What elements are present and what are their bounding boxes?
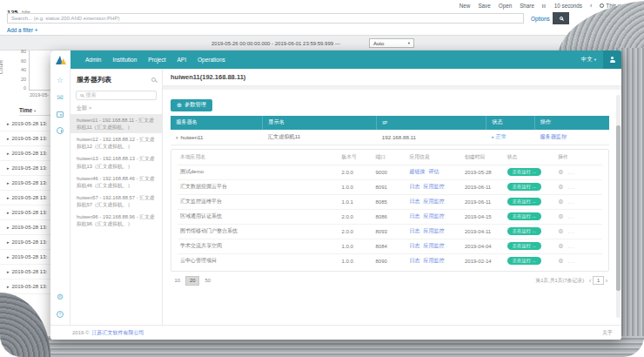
expand-caret-icon[interactable]: ▸ — [7, 151, 10, 156]
page-size-20[interactable]: 20 — [185, 276, 198, 286]
kibana-nav-share[interactable]: Share — [520, 3, 534, 9]
more-actions-button[interactable]: ... — [568, 214, 575, 219]
more-actions-button[interactable]: ... — [568, 199, 575, 205]
favorites-star-icon[interactable]: ☆ — [57, 77, 64, 84]
settings-gear-icon[interactable]: ⚙ — [57, 293, 64, 301]
app-table-row[interactable]: 汇文监控运维平台1.0.18085日志应用监控2019-06-11正在运行 ..… — [178, 194, 602, 209]
server-monitor-link[interactable]: 服务器监控 — [540, 133, 567, 139]
server-list-item[interactable]: huiwen96 - 192.168.88.96 - 汇文虚拟机96（汇文虚拟机… — [70, 211, 162, 230]
time-row[interactable]: ▸2019-05-28 13: — [0, 176, 50, 191]
app-info-link[interactable]: 应用监控 — [424, 213, 445, 219]
app-table-row[interactable]: 汇文数据挖掘云平台1.0.08091日志应用监控2019-06-11正在运行 .… — [178, 179, 602, 194]
prev-time-button[interactable]: ‹ — [590, 3, 592, 9]
time-row[interactable]: ▸2019-05-28 13: — [0, 250, 50, 265]
time-row[interactable]: ▸2019-05-28 13: — [0, 235, 50, 250]
expand-caret-icon[interactable]: ▸ — [7, 269, 10, 274]
all-servers-link[interactable]: 全部 > — [70, 100, 162, 114]
expand-caret-icon[interactable]: ▸ — [7, 195, 10, 200]
gear-icon[interactable]: ⚙ — [558, 213, 563, 219]
about-link[interactable]: 关于 — [602, 329, 613, 337]
app-info-link[interactable]: 日志 — [410, 258, 420, 263]
server-list-item[interactable]: huiwen46 - 192.168.88.46 - 汇文虚拟机46（汇文虚拟机… — [70, 172, 162, 192]
scrollbar-thumb[interactable] — [616, 125, 621, 291]
pause-button[interactable]: II — [542, 3, 547, 9]
app-table-row[interactable]: 学术交流共享空间1.0.08084日志应用监控2019-04-04正在运行 ..… — [178, 239, 602, 253]
prev-page-button[interactable]: ‹ — [589, 278, 591, 284]
menu-item-institution[interactable]: Institution — [112, 57, 137, 63]
expand-caret-icon[interactable]: ▸ — [7, 121, 10, 126]
time-row[interactable]: ▸2019-05-28 13: — [0, 131, 50, 146]
app-info-link[interactable]: 应用监控 — [424, 258, 445, 263]
app-info-link[interactable]: 应用监控 — [424, 199, 445, 204]
next-page-button[interactable]: › — [606, 278, 607, 284]
servers-monitor-icon[interactable] — [57, 111, 64, 118]
time-row[interactable]: ▸2019-05-28 13: — [0, 205, 50, 220]
menu-item-operations[interactable]: Operations — [198, 57, 225, 63]
expand-caret-icon[interactable]: ▸ — [7, 136, 10, 141]
expand-caret-icon[interactable]: ▸ — [7, 210, 10, 215]
server-row[interactable]: ▾huiwen11汇文虚拟机11192.168.88.11●正常服务器监控 — [171, 130, 609, 145]
expand-caret-icon[interactable]: ▸ — [7, 180, 10, 185]
more-actions-button[interactable]: ... — [568, 170, 575, 175]
add-filter-link[interactable]: Add a filter + — [7, 27, 38, 33]
app-info-link[interactable]: 应用监控 — [424, 184, 445, 189]
app-info-link[interactable]: 日志 — [410, 228, 420, 233]
expand-caret-icon[interactable]: ▸ — [7, 284, 10, 289]
language-select[interactable]: 中文 ▾ — [581, 51, 596, 69]
app-info-link[interactable]: 日志 — [410, 243, 420, 248]
menu-item-project[interactable]: Project — [148, 57, 165, 63]
timer-clock-icon[interactable] — [57, 127, 64, 134]
time-row[interactable]: ▸2019-05-28 13: — [0, 161, 50, 176]
messages-mail-icon[interactable]: ✉ — [57, 94, 64, 102]
help-icon[interactable]: ? — [57, 311, 64, 318]
kibana-nav-open[interactable]: Open — [499, 3, 512, 9]
company-link[interactable]: 江苏汇文软件有限公司 — [91, 329, 144, 337]
time-row[interactable]: ▸2019-05-28 13: — [0, 280, 50, 294]
collapse-caret-icon[interactable]: ▾ — [176, 135, 178, 140]
app-table-row[interactable]: 区域通用认证系统2.0.08086日志应用监控2019-04-15正在运行 ..… — [178, 209, 602, 224]
app-logo[interactable] — [50, 51, 70, 69]
app-info-link[interactable]: 应用监控 — [424, 228, 445, 233]
time-row[interactable]: ▸2019-05-28 13: — [0, 117, 50, 131]
expand-caret-icon[interactable]: ▸ — [7, 225, 10, 230]
menu-item-api[interactable]: API — [178, 57, 186, 63]
app-info-link[interactable]: 应用监控 — [424, 243, 445, 248]
expand-caret-icon[interactable]: ▸ — [7, 254, 10, 259]
more-actions-button[interactable]: ... — [568, 259, 575, 264]
refresh-interval[interactable]: 10 seconds — [554, 3, 582, 9]
interval-select[interactable]: Auto ▾ — [369, 38, 414, 48]
app-table-row[interactable]: 图书馆移动门户整合系统2.0.08093日志应用监控2019-04-11正在运行… — [178, 224, 602, 239]
gear-icon[interactable]: ⚙ — [558, 243, 563, 249]
app-info-link[interactable]: 评估 — [429, 169, 439, 174]
current-page[interactable]: 1 — [593, 276, 603, 285]
menu-item-admin[interactable]: Admin — [85, 57, 101, 63]
kibana-nav-new[interactable]: New — [460, 3, 471, 9]
search-button[interactable] — [553, 12, 569, 24]
server-list-item[interactable]: huiwen12 - 192.168.88.12 - 汇文虚拟机12（汇文虚拟机… — [70, 133, 162, 152]
time-row[interactable]: ▸2019-05-28 13: — [0, 191, 50, 205]
more-actions-button[interactable]: ... — [568, 244, 575, 249]
scrollbar[interactable] — [616, 95, 621, 318]
gear-icon[interactable]: ⚙ — [558, 228, 563, 234]
kibana-nav-save[interactable]: Save — [478, 3, 490, 9]
time-row[interactable]: ▸2019-05-28 13: — [0, 220, 50, 235]
search-icon[interactable] — [151, 77, 156, 82]
app-table-row[interactable]: 云中心管理项目1.0.08090日志应用监控2019-02-14正在运行 ...… — [178, 253, 602, 268]
page-size-50[interactable]: 50 — [201, 276, 214, 286]
param-manage-button[interactable]: ⊕ 参数管理 — [171, 99, 212, 111]
time-row[interactable]: ▸2019-05-28 13: — [0, 146, 50, 161]
options-link[interactable]: Options — [531, 16, 550, 22]
gear-icon[interactable]: ⚙ — [558, 199, 563, 205]
server-list-item[interactable]: huiwen57 - 192.168.88.57 - 汇文虚拟机57（汇文虚拟机… — [70, 192, 162, 211]
gear-icon[interactable]: ⚙ — [558, 258, 563, 264]
search-input[interactable]: Search... (e.g. status:200 AND extension… — [7, 13, 524, 24]
more-actions-button[interactable]: ... — [568, 185, 575, 190]
more-actions-button[interactable]: ... — [568, 229, 575, 234]
app-info-link[interactable]: 日志 — [410, 213, 420, 219]
page-size-10[interactable]: 10 — [171, 276, 184, 286]
time-column-header[interactable]: Time ▾ — [19, 107, 50, 116]
expand-caret-icon[interactable]: ▸ — [7, 165, 10, 171]
gear-icon[interactable]: ⚙ — [558, 184, 563, 190]
gear-icon[interactable]: ⚙ — [558, 169, 563, 175]
app-table-row[interactable]: 测试demo2.0.09000超链接评估2019-05-28正在运行 ...⚙.… — [178, 165, 602, 179]
